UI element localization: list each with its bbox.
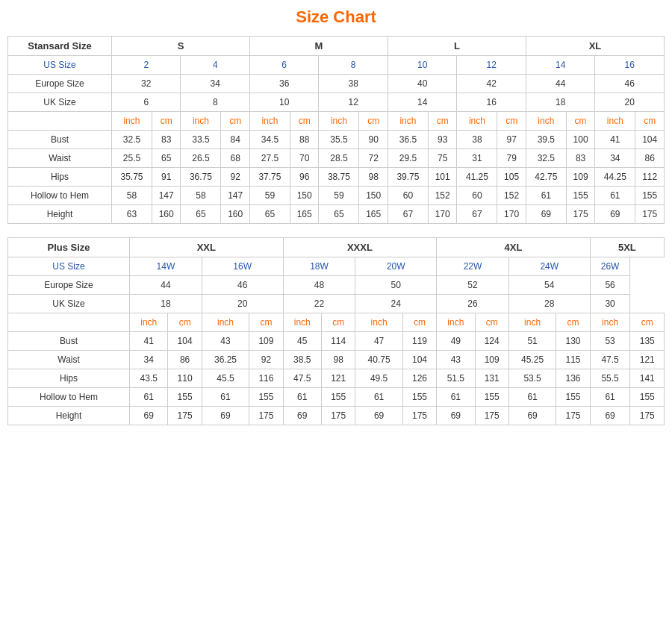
us-size-8: 8 bbox=[319, 56, 388, 75]
plus-uk-size-row: UK Size 18 20 22 24 26 28 30 bbox=[8, 295, 665, 313]
bust-1: 83 bbox=[152, 131, 181, 149]
ph-11: 136 bbox=[556, 369, 590, 388]
eu-40: 40 bbox=[388, 75, 456, 93]
plus-us-18w: 18W bbox=[283, 257, 355, 276]
std-inch-4: inch bbox=[319, 112, 359, 131]
europe-size-row: Europe Size 32 34 36 38 40 42 44 46 bbox=[8, 75, 665, 93]
plus-uk-24: 24 bbox=[355, 295, 437, 313]
height-label: Height bbox=[8, 205, 112, 224]
plus-inch-7: inch bbox=[590, 313, 630, 332]
hollow-12: 61 bbox=[526, 187, 566, 205]
hips-8: 39.75 bbox=[388, 168, 428, 187]
waist-row: Waist 25.5 65 26.5 68 27.5 70 28.5 72 29… bbox=[8, 149, 665, 168]
pb-13: 135 bbox=[630, 332, 665, 351]
plus-us-size-label: US Size bbox=[8, 257, 130, 276]
std-cm-3: cm bbox=[290, 112, 319, 131]
phl-9: 155 bbox=[475, 388, 508, 407]
ph-8: 51.5 bbox=[437, 369, 475, 388]
pw-5: 98 bbox=[321, 351, 355, 369]
height-15: 175 bbox=[635, 205, 665, 224]
standard-header: Stansard Size bbox=[8, 37, 112, 56]
bust-2: 33.5 bbox=[181, 131, 221, 149]
plus-header: Plus Size bbox=[8, 238, 130, 257]
ph-2: 45.5 bbox=[202, 369, 249, 388]
pw-13: 121 bbox=[630, 351, 665, 369]
plus-uk-26: 26 bbox=[437, 295, 509, 313]
plus-inch-5: inch bbox=[437, 313, 475, 332]
height-9: 170 bbox=[428, 205, 457, 224]
std-cm-4: cm bbox=[359, 112, 388, 131]
size-xxxl: XXXL bbox=[283, 238, 437, 257]
waist-3: 68 bbox=[221, 149, 250, 168]
hollow-10: 60 bbox=[457, 187, 497, 205]
height-3: 160 bbox=[221, 205, 250, 224]
waist-5: 70 bbox=[290, 149, 319, 168]
phl-0: 61 bbox=[130, 388, 168, 407]
pb-2: 43 bbox=[202, 332, 249, 351]
hollow-15: 155 bbox=[635, 187, 665, 205]
pw-12: 47.5 bbox=[590, 351, 630, 369]
pw-10: 45.25 bbox=[508, 351, 556, 369]
waist-8: 29.5 bbox=[388, 149, 428, 168]
size-l: L bbox=[388, 37, 526, 56]
plus-us-26w: 26W bbox=[590, 257, 630, 276]
height-8: 67 bbox=[388, 205, 428, 224]
hips-14: 44.25 bbox=[595, 168, 635, 187]
standard-size-table: Stansard Size S M L XL US Size 2 4 6 8 1… bbox=[7, 36, 665, 224]
plus-uk-18: 18 bbox=[130, 295, 202, 313]
pb-1: 104 bbox=[168, 332, 202, 351]
hips-2: 36.75 bbox=[181, 168, 221, 187]
height-row: Height 63 160 65 160 65 165 65 165 67 17… bbox=[8, 205, 665, 224]
plus-cm-7: cm bbox=[630, 313, 665, 332]
phl-6: 61 bbox=[355, 388, 402, 407]
pw-4: 38.5 bbox=[283, 351, 321, 369]
ph-13: 141 bbox=[630, 369, 665, 388]
uk-size-label: UK Size bbox=[8, 93, 112, 112]
plus-hips-row: Hips 43.5 110 45.5 116 47.5 121 49.5 126… bbox=[8, 369, 665, 388]
plus-cm-5: cm bbox=[475, 313, 508, 332]
ph-7: 126 bbox=[402, 369, 436, 388]
phl-11: 155 bbox=[556, 388, 590, 407]
waist-label: Waist bbox=[8, 149, 112, 168]
plus-us-20w: 20W bbox=[355, 257, 437, 276]
ph-1: 110 bbox=[168, 369, 202, 388]
bust-4: 34.5 bbox=[249, 131, 290, 149]
bust-12: 39.5 bbox=[526, 131, 566, 149]
pht-4: 69 bbox=[283, 407, 321, 425]
plus-eu-54: 54 bbox=[508, 276, 590, 295]
pw-3: 92 bbox=[249, 351, 283, 369]
ph-4: 47.5 bbox=[283, 369, 321, 388]
plus-eu-48: 48 bbox=[283, 276, 355, 295]
plus-eu-56: 56 bbox=[590, 276, 630, 295]
pht-11: 175 bbox=[556, 407, 590, 425]
size-xl: XL bbox=[526, 37, 664, 56]
phl-8: 61 bbox=[437, 388, 475, 407]
pht-1: 175 bbox=[168, 407, 202, 425]
eu-42: 42 bbox=[457, 75, 526, 93]
plus-us-24w: 24W bbox=[508, 257, 590, 276]
size-xxl: XXL bbox=[130, 238, 284, 257]
plus-inch-3: inch bbox=[283, 313, 321, 332]
plus-us-16w: 16W bbox=[202, 257, 283, 276]
eu-38: 38 bbox=[319, 75, 388, 93]
pb-10: 51 bbox=[508, 332, 556, 351]
plus-uk-30: 30 bbox=[590, 295, 630, 313]
plus-size-section: Plus Size XXL XXXL 4XL 5XL US Size 14W 1… bbox=[7, 237, 665, 425]
pb-12: 53 bbox=[590, 332, 630, 351]
bust-row: Bust 32.5 83 33.5 84 34.5 88 35.5 90 36.… bbox=[8, 131, 665, 149]
phl-13: 155 bbox=[630, 388, 665, 407]
us-size-4: 4 bbox=[181, 56, 249, 75]
pw-6: 40.75 bbox=[355, 351, 402, 369]
pht-0: 69 bbox=[130, 407, 168, 425]
plus-inch-4: inch bbox=[355, 313, 402, 332]
pb-4: 45 bbox=[283, 332, 321, 351]
uk-6: 6 bbox=[112, 93, 181, 112]
pht-5: 175 bbox=[321, 407, 355, 425]
std-cm-5: cm bbox=[428, 112, 457, 131]
plus-uk-22: 22 bbox=[283, 295, 355, 313]
plus-height-label: Height bbox=[8, 407, 130, 425]
eu-32: 32 bbox=[112, 75, 181, 93]
std-inch-3: inch bbox=[249, 112, 290, 131]
pw-2: 36.25 bbox=[202, 351, 249, 369]
plus-inch-2: inch bbox=[202, 313, 249, 332]
